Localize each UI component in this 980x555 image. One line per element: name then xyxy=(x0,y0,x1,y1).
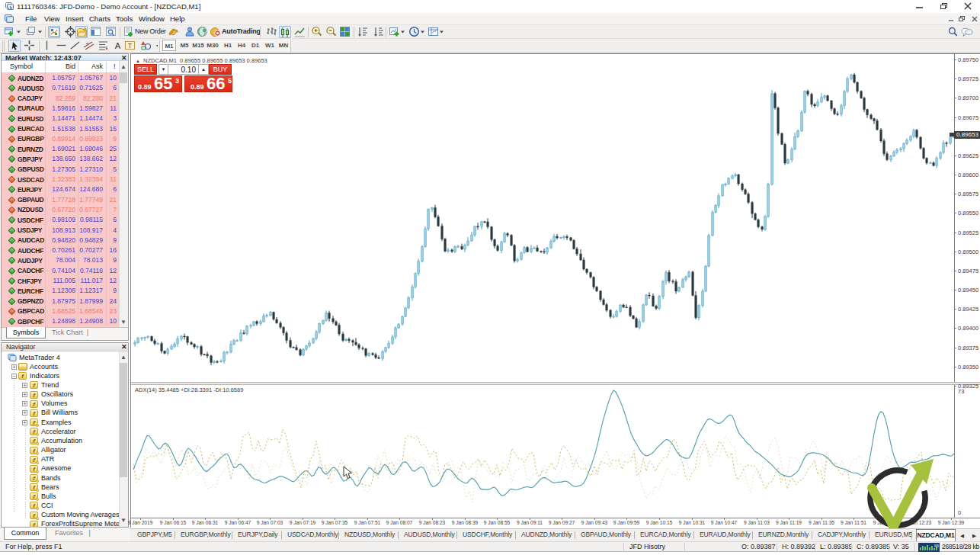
svg-text:T: T xyxy=(128,42,133,50)
svg-text:A: A xyxy=(115,41,121,50)
